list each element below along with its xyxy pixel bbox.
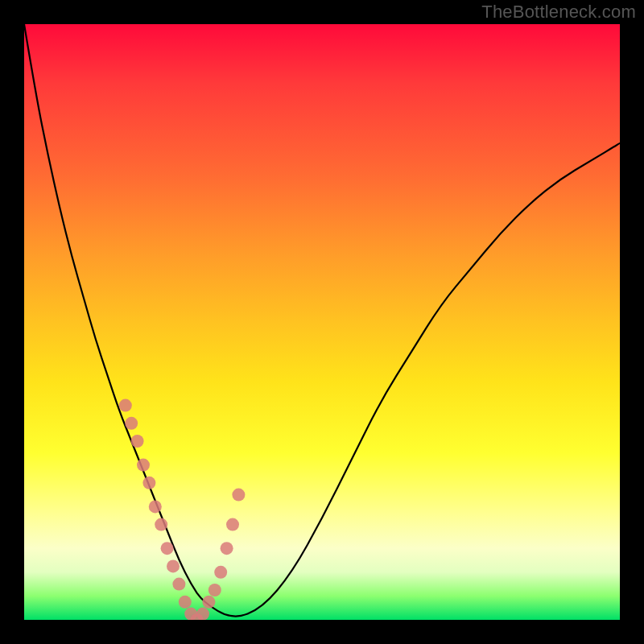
highlight-marker	[137, 459, 150, 472]
highlight-marker	[119, 399, 132, 412]
highlight-marker	[214, 566, 227, 579]
highlight-marker	[202, 596, 215, 609]
watermark-label: TheBottleneck.com	[481, 2, 636, 23]
bottleneck-curve-svg	[24, 24, 620, 620]
highlight-marker	[221, 542, 233, 555]
bottleneck-curve-line	[24, 24, 620, 617]
highlight-marker	[232, 489, 245, 502]
highlight-marker	[125, 417, 138, 430]
highlight-marker	[172, 578, 185, 591]
highlight-markers-group	[119, 399, 246, 620]
highlight-marker	[226, 518, 239, 531]
highlight-marker	[167, 559, 180, 572]
highlight-marker	[161, 542, 174, 555]
highlight-marker	[149, 500, 162, 513]
highlight-marker	[142, 477, 155, 489]
highlight-marker	[131, 435, 144, 448]
chart-frame: TheBottleneck.com	[0, 0, 644, 644]
highlight-marker	[179, 596, 192, 609]
highlight-marker	[196, 608, 209, 620]
highlight-marker	[208, 584, 221, 597]
plot-area	[24, 24, 620, 620]
highlight-marker	[155, 518, 167, 531]
